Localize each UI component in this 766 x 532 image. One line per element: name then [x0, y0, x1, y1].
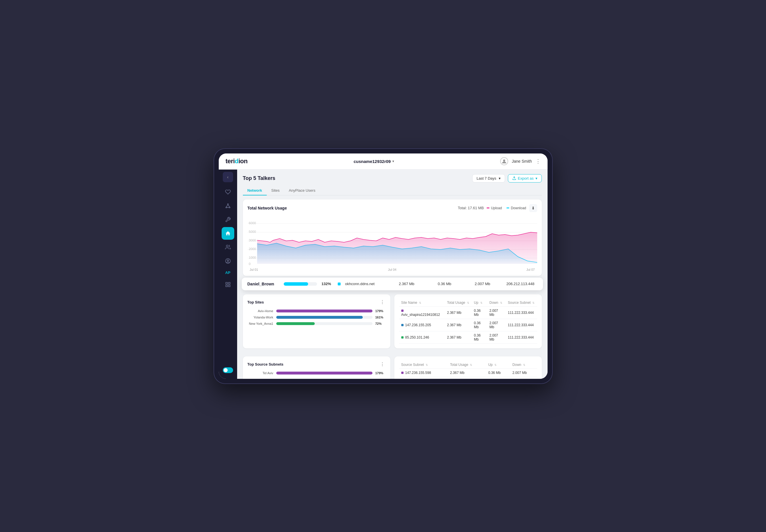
bar-pct: 179% [375, 309, 386, 313]
x-label-3: Jul 07 [526, 268, 535, 271]
svg-text:6000: 6000 [249, 221, 256, 224]
bar-fill [276, 322, 315, 325]
td-up: 0.36 Mb [472, 319, 487, 331]
svg-line-5 [228, 204, 230, 207]
tab-anyplace-users[interactable]: AnyPlace Users [284, 186, 320, 195]
chevron-down-icon[interactable]: ▾ [392, 159, 394, 163]
tabs: Network Sites AnyPlace Users [243, 186, 542, 195]
bar-label: Yolanda-Work [247, 316, 273, 319]
bar-fill [276, 372, 373, 374]
highlight-bar [284, 282, 317, 286]
legend-upload: Upload [487, 206, 502, 210]
sidebar-item-ap-label[interactable]: AP [222, 268, 234, 277]
chart-title: Total Network Usage [247, 206, 287, 210]
legend-upload-label: Upload [491, 206, 502, 210]
th-down[interactable]: Down ⇅ [487, 299, 506, 307]
subnets-table-card: Source Subnet ⇅ Total Usage ⇅ Up ⇅ Down … [394, 356, 542, 379]
sidebar-item-tools[interactable] [222, 213, 234, 226]
bar-label: Aviv-Home [247, 309, 273, 313]
td-down: 2.007 Mb [487, 319, 506, 331]
highlight-pct: 132% [322, 282, 333, 286]
date-filter-label: Last 7 Days [477, 176, 496, 180]
tab-sites[interactable]: Sites [267, 186, 284, 195]
svg-rect-12 [228, 285, 230, 287]
chart-x-labels: Jul 01 Jul 04 Jul 07 [247, 268, 537, 271]
tab-network[interactable]: Network [243, 186, 267, 195]
bar-track [276, 310, 373, 312]
top-center: cusname12932r09 ▾ [247, 159, 500, 164]
sidebar: ‹ [219, 170, 237, 379]
export-button[interactable]: Export as ▾ [508, 174, 542, 183]
th-source-subnet[interactable]: Source Subnet ⇅ [506, 299, 537, 307]
bar-row-yolanda: Yolanda-Work 161% [247, 316, 386, 319]
legend-download-label: Download [511, 206, 526, 210]
chart-total-value: Total: 17.61 MB [458, 206, 484, 210]
highlight-dot [338, 283, 341, 285]
page-title: Top 5 Talkers [243, 175, 472, 181]
avatar [500, 157, 508, 165]
highlight-row: Daniel_Brown 132% okhconn.ddns.net 2.367… [242, 278, 543, 290]
svg-line-4 [226, 204, 228, 207]
td-up: 0.36 Mb [486, 368, 510, 377]
sidebar-item-grid[interactable] [222, 278, 234, 291]
svg-text:3000: 3000 [249, 239, 256, 242]
th-total-usage[interactable]: Total Usage ⇅ [448, 361, 486, 369]
device-inner: teridion cusname12932r09 ▾ Jane Smith ⋮ … [219, 153, 548, 379]
chevron-down-icon: ▾ [499, 176, 501, 180]
theme-toggle[interactable] [223, 367, 233, 373]
bar-pct: 179% [375, 371, 386, 375]
bar-track [276, 372, 373, 374]
top-sites-title: Top Sites ⋮ [247, 299, 386, 306]
sidebar-item-anyplace[interactable] [222, 255, 234, 267]
td-down: 2.007 Mb [487, 306, 506, 319]
td-total: 2.367 Mb [445, 331, 472, 343]
th-source-subnet[interactable]: Source Subnet ⇅ [399, 361, 448, 369]
sidebar-collapse-button[interactable]: ‹ [223, 172, 233, 182]
table-header-row: Source Subnet ⇅ Total Usage ⇅ Up ⇅ Down … [399, 361, 537, 369]
date-filter-button[interactable]: Last 7 Days ▾ [472, 174, 505, 183]
x-label-1: Jul 01 [250, 268, 258, 271]
bar-label: Tel Aviv [247, 371, 273, 375]
chart-card: Total Network Usage Total: 17.61 MB Uplo… [243, 199, 542, 276]
th-up[interactable]: Up ⇅ [472, 299, 487, 307]
bar-row-new-york: New York_Anna1 72% [247, 322, 386, 325]
svg-text:1000: 1000 [249, 256, 256, 259]
top-bar: teridion cusname12932r09 ▾ Jane Smith ⋮ [219, 153, 548, 170]
svg-point-1 [227, 203, 228, 204]
th-total-usage[interactable]: Total Usage ⇅ [445, 299, 472, 307]
bar-track [276, 322, 373, 325]
top-subnets-card: Top Source Subnets ⋮ Tel Aviv 179% [243, 356, 390, 379]
download-dot [506, 208, 509, 208]
customer-name: cusname12932r09 [354, 159, 391, 164]
bottom-grid: Top Sites ⋮ Aviv-Home 179% Yolan [243, 294, 542, 379]
sidebar-item-dashboard[interactable] [222, 227, 234, 240]
bar-row-tel-aviv: Tel Aviv 179% [247, 371, 386, 375]
th-down[interactable]: Down ⇅ [510, 361, 537, 369]
device-frame: teridion cusname12932r09 ▾ Jane Smith ⋮ … [214, 148, 553, 384]
sidebar-item-topology[interactable] [222, 199, 234, 212]
svg-point-7 [226, 245, 228, 247]
table-row: 147.236.155.205 2.367 Mb 0.36 Mb 2.007 M… [399, 319, 537, 331]
sidebar-item-users[interactable] [222, 241, 234, 253]
top-sites-menu[interactable]: ⋮ [379, 299, 386, 306]
th-up[interactable]: Up ⇅ [486, 361, 510, 369]
td-down: 2.007 Mb [487, 331, 506, 343]
highlight-bar-fill [284, 282, 308, 286]
download-chart-button[interactable]: ⬇ [529, 204, 537, 212]
table-row: 85.250.101.246 2.367 Mb 0.36 Mb 2.007 Mb… [399, 331, 537, 343]
svg-point-9 [227, 260, 229, 261]
highlight-down: 2.007 Mb [466, 282, 499, 286]
td-up: 0.36 Mb [472, 306, 487, 319]
more-icon[interactable]: ⋮ [535, 158, 541, 164]
td-subnet: 111.222.333.444 [506, 331, 537, 343]
top-subnets-menu[interactable]: ⋮ [379, 361, 386, 368]
upload-dot [487, 208, 489, 208]
bar-pct: 161% [375, 316, 386, 319]
bar-row-aviv-home: Aviv-Home 179% [247, 309, 386, 313]
td-site: 85.250.101.246 [399, 331, 445, 343]
sidebar-item-health[interactable] [222, 186, 234, 198]
highlight-subnet: 206.212.113.448 [504, 282, 537, 286]
subnets-table: Source Subnet ⇅ Total Usage ⇅ Up ⇅ Down … [399, 361, 537, 377]
th-site-name[interactable]: Site Name ⇅ [399, 299, 445, 307]
bar-fill [276, 310, 373, 312]
